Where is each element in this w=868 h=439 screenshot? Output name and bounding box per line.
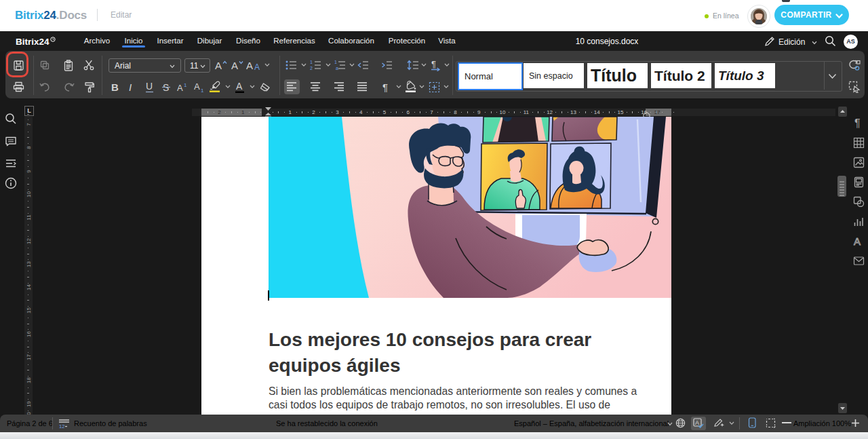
svg-text:1: 1	[310, 60, 313, 64]
svg-text:1: 1	[201, 88, 204, 92]
svg-text:A: A	[177, 83, 183, 92]
svg-text:¶: ¶	[854, 117, 861, 129]
svg-text:U: U	[146, 81, 153, 92]
svg-text:1: 1	[334, 60, 337, 64]
svg-text:A: A	[854, 235, 861, 246]
svg-text:2: 2	[310, 66, 313, 71]
svg-text:¶: ¶	[382, 81, 388, 92]
svg-text:a: a	[336, 66, 338, 71]
svg-text:¶: ¶	[431, 60, 436, 69]
svg-text:A: A	[254, 62, 260, 71]
svg-text:A: A	[215, 60, 222, 71]
svg-text:A: A	[231, 60, 238, 71]
svg-text:B: B	[111, 82, 119, 92]
svg-text:12: 12	[59, 423, 64, 429]
svg-text:A: A	[194, 82, 200, 92]
svg-text:A: A	[695, 419, 699, 426]
svg-text:A: A	[246, 60, 253, 71]
svg-text:A: A	[236, 81, 243, 92]
svg-text:1: 1	[184, 82, 187, 88]
svg-text:I: I	[129, 82, 132, 92]
